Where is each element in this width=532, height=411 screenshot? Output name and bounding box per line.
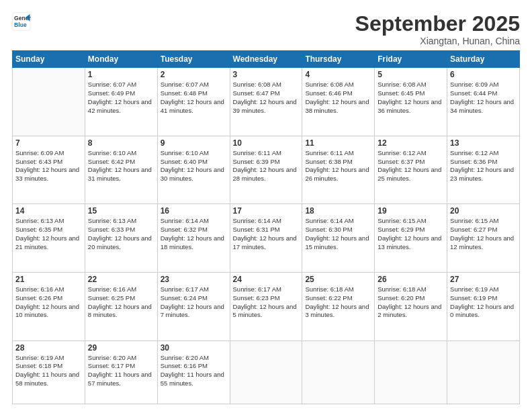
day-info: Sunrise: 6:15 AM Sunset: 6:29 PM Dayligh… [378,217,444,251]
table-row: 19Sunrise: 6:15 AM Sunset: 6:29 PM Dayli… [375,204,447,273]
table-row: 2Sunrise: 6:07 AM Sunset: 6:48 PM Daylig… [157,68,230,136]
day-number: 6 [450,70,517,79]
day-info: Sunrise: 6:20 AM Sunset: 6:16 PM Dayligh… [161,354,227,388]
day-info: Sunrise: 6:16 AM Sunset: 6:25 PM Dayligh… [88,285,154,320]
day-info: Sunrise: 6:10 AM Sunset: 6:42 PM Dayligh… [88,149,154,183]
table-row [302,340,375,404]
table-row: 14Sunrise: 6:13 AM Sunset: 6:35 PM Dayli… [13,204,85,273]
table-row: 20Sunrise: 6:15 AM Sunset: 6:27 PM Dayli… [447,204,520,273]
table-row: 7Sunrise: 6:09 AM Sunset: 6:43 PM Daylig… [13,136,85,204]
day-number: 21 [15,275,82,284]
table-row: 13Sunrise: 6:12 AM Sunset: 6:36 PM Dayli… [447,136,520,204]
month-title: September 2025 [355,12,520,36]
day-number: 22 [88,275,154,284]
header: General Blue General Blue September 2025… [12,12,520,46]
day-number: 4 [305,70,371,79]
table-row [447,340,520,404]
logo: General Blue General Blue [12,12,31,31]
table-row: 25Sunrise: 6:18 AM Sunset: 6:22 PM Dayli… [302,273,375,341]
col-saturday: Saturday [447,51,520,68]
day-number: 25 [305,275,371,284]
table-row: 16Sunrise: 6:14 AM Sunset: 6:32 PM Dayli… [157,204,230,273]
day-number: 9 [161,138,227,148]
col-monday: Monday [85,51,157,68]
day-info: Sunrise: 6:07 AM Sunset: 6:49 PM Dayligh… [88,81,154,115]
day-info: Sunrise: 6:17 AM Sunset: 6:23 PM Dayligh… [233,285,300,320]
table-row: 30Sunrise: 6:20 AM Sunset: 6:16 PM Dayli… [157,340,230,404]
day-info: Sunrise: 6:14 AM Sunset: 6:30 PM Dayligh… [305,217,371,251]
col-tuesday: Tuesday [157,51,230,68]
day-info: Sunrise: 6:20 AM Sunset: 6:17 PM Dayligh… [88,354,154,388]
table-row: 21Sunrise: 6:16 AM Sunset: 6:26 PM Dayli… [13,273,85,341]
table-row: 6Sunrise: 6:09 AM Sunset: 6:44 PM Daylig… [447,68,520,136]
day-number: 28 [15,343,82,353]
day-info: Sunrise: 6:14 AM Sunset: 6:32 PM Dayligh… [161,217,227,251]
day-number: 7 [15,138,82,148]
day-number: 27 [450,275,517,284]
logo-icon: General Blue [12,12,31,31]
table-row: 29Sunrise: 6:20 AM Sunset: 6:17 PM Dayli… [85,340,157,404]
day-info: Sunrise: 6:07 AM Sunset: 6:48 PM Dayligh… [161,81,227,115]
day-number: 13 [450,138,517,148]
day-number: 18 [305,206,371,216]
table-row: 12Sunrise: 6:12 AM Sunset: 6:37 PM Dayli… [375,136,447,204]
day-number: 12 [378,138,444,148]
location: Xiangtan, Hunan, China [355,36,520,46]
day-info: Sunrise: 6:09 AM Sunset: 6:44 PM Dayligh… [450,81,517,115]
day-number: 11 [305,138,371,148]
table-row: 9Sunrise: 6:10 AM Sunset: 6:40 PM Daylig… [157,136,230,204]
day-number: 10 [233,138,300,148]
day-number: 17 [233,206,300,216]
table-row: 26Sunrise: 6:18 AM Sunset: 6:20 PM Dayli… [375,273,447,341]
table-row: 24Sunrise: 6:17 AM Sunset: 6:23 PM Dayli… [230,273,302,341]
title-block: September 2025 Xiangtan, Hunan, China [355,12,520,46]
day-info: Sunrise: 6:13 AM Sunset: 6:35 PM Dayligh… [15,217,82,251]
col-sunday: Sunday [13,51,85,68]
day-number: 24 [233,275,300,284]
table-row: 11Sunrise: 6:11 AM Sunset: 6:38 PM Dayli… [302,136,375,204]
day-info: Sunrise: 6:19 AM Sunset: 6:19 PM Dayligh… [450,285,517,320]
day-info: Sunrise: 6:10 AM Sunset: 6:40 PM Dayligh… [161,149,227,183]
day-info: Sunrise: 6:11 AM Sunset: 6:38 PM Dayligh… [305,149,371,183]
day-number: 16 [161,206,227,216]
day-number: 26 [378,275,444,284]
table-row [375,340,447,404]
day-info: Sunrise: 6:12 AM Sunset: 6:37 PM Dayligh… [378,149,444,183]
day-number: 1 [88,70,154,79]
day-number: 19 [378,206,444,216]
day-info: Sunrise: 6:18 AM Sunset: 6:22 PM Dayligh… [305,285,371,320]
day-number: 14 [15,206,82,216]
table-row [230,340,302,404]
table-row: 1Sunrise: 6:07 AM Sunset: 6:49 PM Daylig… [85,68,157,136]
day-number: 30 [161,343,227,353]
day-number: 23 [161,275,227,284]
table-row: 4Sunrise: 6:08 AM Sunset: 6:46 PM Daylig… [302,68,375,136]
svg-text:Blue: Blue [14,21,27,28]
day-info: Sunrise: 6:08 AM Sunset: 6:47 PM Dayligh… [233,81,300,115]
day-number: 20 [450,206,517,216]
day-number: 8 [88,138,154,148]
calendar-table: Sunday Monday Tuesday Wednesday Thursday… [12,50,520,404]
table-row: 27Sunrise: 6:19 AM Sunset: 6:19 PM Dayli… [447,273,520,341]
day-info: Sunrise: 6:18 AM Sunset: 6:20 PM Dayligh… [378,285,444,320]
table-row: 23Sunrise: 6:17 AM Sunset: 6:24 PM Dayli… [157,273,230,341]
day-info: Sunrise: 6:09 AM Sunset: 6:43 PM Dayligh… [15,149,82,183]
table-row [13,68,85,136]
day-info: Sunrise: 6:14 AM Sunset: 6:31 PM Dayligh… [233,217,300,251]
day-number: 2 [161,70,227,79]
day-info: Sunrise: 6:11 AM Sunset: 6:39 PM Dayligh… [233,149,300,183]
table-row: 3Sunrise: 6:08 AM Sunset: 6:47 PM Daylig… [230,68,302,136]
table-row: 10Sunrise: 6:11 AM Sunset: 6:39 PM Dayli… [230,136,302,204]
col-friday: Friday [375,51,447,68]
day-info: Sunrise: 6:19 AM Sunset: 6:18 PM Dayligh… [15,354,82,388]
table-row: 28Sunrise: 6:19 AM Sunset: 6:18 PM Dayli… [13,340,85,404]
day-info: Sunrise: 6:16 AM Sunset: 6:26 PM Dayligh… [15,285,82,320]
table-row: 17Sunrise: 6:14 AM Sunset: 6:31 PM Dayli… [230,204,302,273]
day-info: Sunrise: 6:08 AM Sunset: 6:46 PM Dayligh… [305,81,371,115]
day-info: Sunrise: 6:12 AM Sunset: 6:36 PM Dayligh… [450,149,517,183]
col-thursday: Thursday [302,51,375,68]
table-row: 18Sunrise: 6:14 AM Sunset: 6:30 PM Dayli… [302,204,375,273]
table-row: 15Sunrise: 6:13 AM Sunset: 6:33 PM Dayli… [85,204,157,273]
day-number: 15 [88,206,154,216]
calendar-header-row: Sunday Monday Tuesday Wednesday Thursday… [13,51,520,68]
